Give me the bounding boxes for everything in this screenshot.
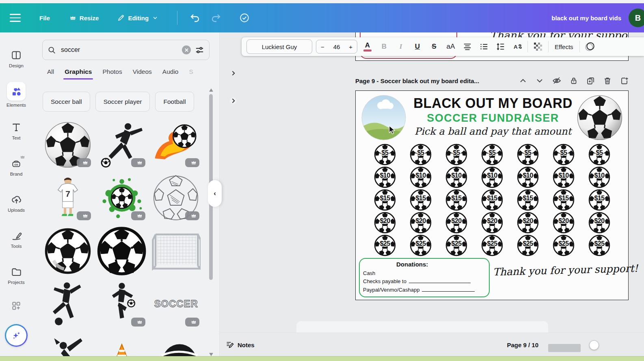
sidebar-item-elements[interactable]: Elements [0, 77, 32, 113]
alignment-button[interactable] [461, 40, 474, 54]
tab-all[interactable]: All [47, 68, 54, 80]
price-ball[interactable]: $15 [445, 189, 467, 211]
search-result-sketched-soccer-ball[interactable] [151, 173, 201, 223]
bulleted-list-button[interactable] [478, 40, 491, 54]
price-ball[interactable]: $10 [481, 166, 503, 188]
price-ball[interactable]: $5 [588, 144, 610, 165]
landscape-oval-image[interactable] [361, 95, 406, 140]
price-ball[interactable]: $20 [410, 212, 432, 234]
price-ball[interactable]: $25 [481, 234, 503, 256]
page-9-title[interactable]: Page 9 - Soccer black out my board edita… [355, 77, 479, 84]
price-ball[interactable]: $10 [588, 166, 610, 188]
poster-subtitle[interactable]: SOCCER FUNDRAISER [408, 112, 578, 125]
poster-soccer-ball-image[interactable] [576, 94, 623, 141]
font-size-increase-button[interactable]: + [349, 43, 352, 50]
font-size-value[interactable]: 46 [333, 43, 340, 50]
search-result-classic-soccer-ball[interactable] [43, 226, 93, 276]
page-9-canvas[interactable]: BLACK OUT MY BOARD SOCCER FUNDRAISER Pic… [355, 90, 629, 300]
donations-box[interactable]: Donations: Cash Checks payable to Paypal… [359, 258, 490, 297]
tab-graphics[interactable]: Graphics [65, 68, 92, 80]
search-result-goal-net[interactable] [151, 226, 201, 276]
duplicate-page-button[interactable] [586, 77, 595, 85]
search-result-soccer-word-art[interactable]: SOCCER [151, 279, 201, 329]
copy-style-button[interactable] [583, 40, 596, 54]
redo-button[interactable] [211, 13, 221, 23]
zoom-slider[interactable] [548, 340, 642, 349]
search-result-bold-soccer-ball[interactable] [97, 226, 147, 276]
price-ball[interactable]: $20 [517, 212, 539, 234]
transparency-button[interactable] [532, 40, 545, 54]
price-ball[interactable]: $10 [553, 166, 575, 188]
chip-football[interactable]: Football [155, 92, 194, 112]
zoom-slider-thumb[interactable] [589, 340, 599, 350]
sidebar-item-text[interactable]: Text [0, 113, 32, 149]
strikethrough-button[interactable]: S [428, 40, 441, 54]
scrollbar-down-arrow[interactable] [209, 353, 213, 356]
search-result-kicking-player-silhouette[interactable] [97, 120, 147, 170]
search-result-orange-cone[interactable] [97, 333, 147, 356]
move-page-down-button[interactable] [536, 77, 544, 85]
line-spacing-button[interactable] [494, 40, 507, 54]
tab-audio[interactable]: Audio [162, 68, 179, 80]
search-input[interactable] [60, 46, 178, 54]
tabs-scroll-chevron-icon[interactable] [230, 70, 237, 77]
text-case-button[interactable]: aA [444, 40, 457, 54]
price-ball[interactable]: $25 [553, 234, 575, 256]
price-ball[interactable]: $5 [517, 144, 539, 165]
search-result-player-number-7[interactable]: 7 [43, 173, 93, 223]
hide-page-button[interactable] [552, 77, 561, 85]
italic-button[interactable]: I [394, 40, 407, 54]
price-ball[interactable]: $15 [517, 189, 539, 211]
underline-button[interactable]: U [411, 40, 424, 54]
price-ball[interactable]: $15 [410, 189, 432, 211]
sidebar-item-uploads[interactable]: Uploads [0, 185, 32, 221]
add-page-button[interactable] [620, 77, 629, 85]
document-title[interactable]: black out my board vids [551, 15, 621, 21]
price-ball[interactable]: $25 [517, 234, 539, 256]
search-result-flaming-soccer-ball[interactable] [151, 120, 201, 170]
price-ball[interactable]: $25 [374, 234, 396, 256]
sidebar-item-brand[interactable]: co Brand [0, 149, 32, 185]
search-result-dribbling-player-silhouette[interactable] [43, 279, 93, 329]
price-ball[interactable]: $5 [374, 144, 396, 165]
chip-soccer-ball[interactable]: Soccer ball [43, 92, 90, 112]
font-family-selector[interactable]: Luckiest Guy [246, 39, 312, 54]
price-ball[interactable]: $25 [445, 234, 467, 256]
zoom-slider-rail[interactable] [548, 344, 581, 352]
tab-photos[interactable]: Photos [102, 68, 122, 80]
notes-button[interactable]: Notes [226, 341, 255, 349]
clear-search-icon[interactable] [182, 45, 191, 54]
bold-button[interactable]: B [378, 40, 391, 54]
price-ball[interactable]: $5 [481, 144, 503, 165]
search-result-sliding-female-player[interactable] [43, 333, 93, 356]
price-ball[interactable]: $5 [553, 144, 575, 165]
price-ball[interactable]: $20 [445, 212, 467, 234]
sidebar-item-tools[interactable]: Tools [0, 221, 32, 257]
editing-mode-dropdown[interactable]: Editing [117, 14, 158, 21]
poster-tagline[interactable]: Pick a ball and pay that amount [404, 126, 582, 137]
move-page-up-button[interactable] [519, 77, 527, 85]
price-ball[interactable]: $10 [374, 166, 396, 188]
effects-button[interactable]: Effects [552, 43, 576, 50]
scrollbar-up-arrow[interactable] [209, 88, 213, 92]
price-ball[interactable]: $20 [553, 212, 575, 234]
font-size-decrease-button[interactable]: − [321, 43, 324, 50]
panel-collapse-handle[interactable]: ‹ [208, 180, 222, 207]
undo-button[interactable] [190, 13, 200, 23]
price-ball[interactable]: $5 [410, 144, 432, 165]
price-ball[interactable]: $20 [481, 212, 503, 234]
search-result-juggling-player-silhouette[interactable] [97, 279, 147, 329]
price-ball[interactable]: $15 [374, 189, 396, 211]
account-avatar[interactable]: B [629, 9, 644, 27]
search-result-3d-soccer-ball[interactable] [43, 120, 93, 170]
lock-page-button[interactable] [570, 77, 578, 85]
price-ball[interactable]: $20 [588, 212, 610, 234]
thank-you-text[interactable]: Thank you for your support! [493, 263, 628, 278]
sidebar-item-projects[interactable]: Projects [0, 257, 32, 293]
tab-shapes-truncated[interactable]: S [189, 68, 193, 80]
main-menu-button[interactable] [10, 14, 21, 22]
price-ball[interactable]: $20 [374, 212, 396, 234]
search-result-swoosh-ball[interactable] [151, 333, 201, 356]
price-ball[interactable]: $10 [517, 166, 539, 188]
filter-icon[interactable] [195, 45, 204, 55]
